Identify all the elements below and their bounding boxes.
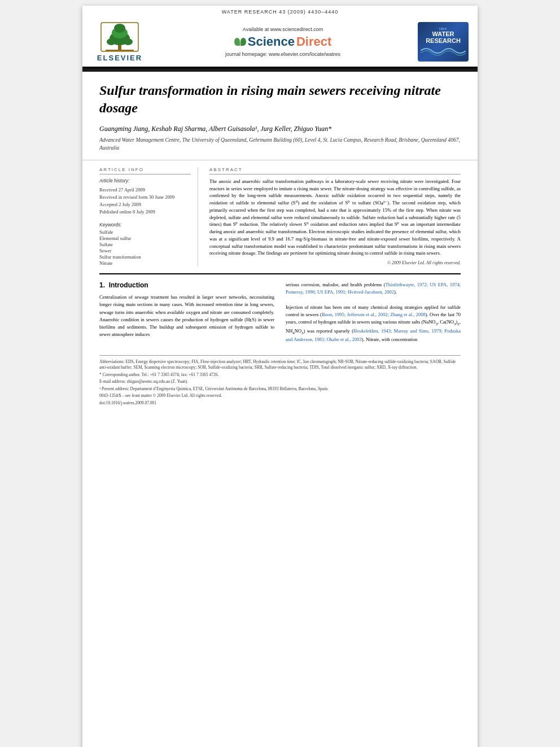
water-research-badge: IWA WATERRESEARCH — [418, 22, 469, 62]
keyword-3: Sulfate — [99, 242, 191, 247]
svg-rect-6 — [106, 50, 134, 51]
received-revised-date: Received in revised form 30 June 2009 — [99, 194, 191, 200]
elsevier-logo: ELSEVIER — [91, 21, 148, 62]
intro-left-text: Centralization of sewage treatment has r… — [99, 294, 274, 338]
footnote-abbreviations: Abbreviations: EDS, Energy dispersive sp… — [99, 359, 461, 371]
accepted-date: Accepted 2 July 2009 — [99, 202, 191, 208]
published-date: Published online 8 July 2009 — [99, 209, 191, 215]
wr-badge-wave-icon — [421, 45, 466, 56]
footnote-section: Abbreviations: EDS, Energy dispersive sp… — [99, 355, 461, 407]
article-info-abstract-section: Article Info Article history: Received 2… — [82, 160, 478, 273]
abstract-text: The anoxic and anaerobic sulfur transfor… — [209, 178, 461, 257]
intro-right-text: serious corrosion, malodor, and health p… — [286, 281, 461, 343]
section1-number: 1. — [99, 281, 105, 289]
journal-url: journal homepage: www.elsevier.com/locat… — [225, 51, 340, 57]
article-title-section: Sulfur transformation in rising main sew… — [82, 72, 478, 160]
available-text: Available at www.sciencedirect.com — [243, 27, 323, 32]
intro-right-col: serious corrosion, malodor, and health p… — [286, 281, 461, 343]
center-logo: Available at www.sciencedirect.com Scien… — [148, 27, 418, 57]
footnote-license: 0043-1354/$ – see front matter © 2009 El… — [99, 393, 461, 399]
received-date: Received 27 April 2009 — [99, 187, 191, 193]
elsevier-tree-icon — [100, 21, 139, 53]
keyword-5: Sulfur transformation — [99, 254, 191, 260]
right-column: ABSTRACT The anoxic and anaerobic sulfur… — [209, 167, 461, 267]
svg-point-3 — [114, 24, 125, 33]
sd-science-text: Science — [248, 34, 295, 49]
intro-left-col: 1. Introduction Centralization of sewage… — [99, 281, 274, 343]
sd-leaf-left-icon — [234, 38, 240, 46]
ref-thistlethwayte[interactable]: Thistlethwayte, 1972; US EPA, 1974; Pome… — [286, 282, 461, 295]
header-logos: ELSEVIER Available at www.sciencedirect.… — [82, 17, 478, 68]
affiliation: Advanced Water Management Centre, The Un… — [99, 137, 461, 152]
article-title: Sulfur transformation in rising main sew… — [99, 82, 461, 117]
section1-title: 1. Introduction — [99, 281, 274, 289]
wr-badge-main-text: WATERRESEARCH — [426, 30, 461, 44]
article-info-heading: Article Info — [99, 167, 191, 174]
keywords-label: Keywords: — [99, 222, 191, 228]
authors: Guangming Jiang, Keshab Raj Sharma, Albe… — [99, 125, 461, 133]
svg-point-5 — [124, 38, 133, 45]
sd-leaf-right-icon — [240, 38, 246, 46]
footnote-doi: doi:10.1016/j.watres.2009.07.001 — [99, 400, 461, 407]
svg-point-4 — [107, 38, 116, 45]
introduction-section: 1. Introduction Centralization of sewage… — [82, 281, 478, 349]
keyword-1: Sulfide — [99, 229, 191, 235]
abstract-heading: ABSTRACT — [209, 167, 461, 174]
journal-header: WATER RESEARCH 43 (2009) 4430–4440 — [82, 6, 478, 17]
keyword-4: Sewer — [99, 248, 191, 254]
keyword-2: Elemental sulfur — [99, 235, 191, 241]
left-column: Article Info Article history: Received 2… — [99, 167, 198, 267]
footnote-corresponding: * Corresponding author. Tel.: +61 7 3365… — [99, 372, 461, 378]
ref-heukelekhm[interactable]: Heukelekhm, 1943; Murray and Sims, 1979;… — [286, 328, 461, 343]
sd-direct-text: Direct — [296, 34, 331, 49]
section1-title-text: Introduction — [109, 281, 148, 289]
copyright: © 2009 Elsevier Ltd. All rights reserved… — [209, 260, 461, 265]
ref-boon[interactable]: Boon, 1995; Jefferson et al., 2002; Zhan… — [322, 312, 426, 317]
footnote-present-address: ¹ Present address: Departament d’Enginye… — [99, 386, 461, 392]
keywords-section: Keywords: Sulfide Elemental sulfur Sulfa… — [99, 222, 191, 266]
sd-leaves-icon — [234, 38, 246, 46]
footnote-email: E-mail address: zhiguo@awmc.uq.edu.au (Z… — [99, 379, 461, 385]
sciencedirect-logo: ScienceDirect — [234, 34, 332, 49]
elsevier-name: ELSEVIER — [97, 54, 142, 62]
section-divider — [99, 273, 461, 274]
article-history-label: Article history: — [99, 178, 191, 184]
keyword-6: Nitrate — [99, 260, 191, 266]
